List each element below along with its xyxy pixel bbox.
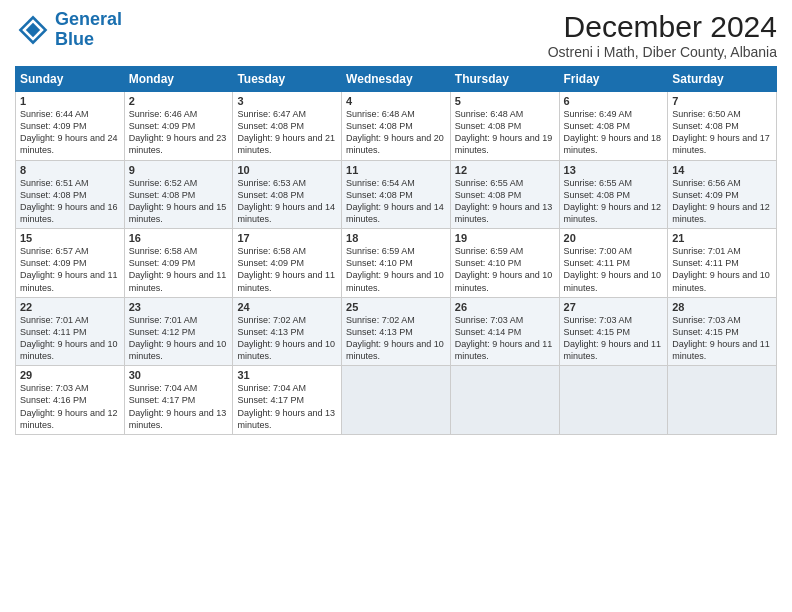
table-row: 30Sunrise: 7:04 AMSunset: 4:17 PMDayligh… [124, 366, 233, 435]
table-row: 28Sunrise: 7:03 AMSunset: 4:15 PMDayligh… [668, 297, 777, 366]
page: General Blue December 2024 Ostreni i Mat… [0, 0, 792, 612]
day-number: 17 [237, 232, 337, 244]
col-monday: Monday [124, 67, 233, 92]
day-number: 18 [346, 232, 446, 244]
calendar-week-row: 1Sunrise: 6:44 AMSunset: 4:09 PMDaylight… [16, 92, 777, 161]
calendar-week-row: 29Sunrise: 7:03 AMSunset: 4:16 PMDayligh… [16, 366, 777, 435]
cell-info: Sunrise: 6:58 AMSunset: 4:09 PMDaylight:… [237, 246, 335, 292]
calendar-week-row: 8Sunrise: 6:51 AMSunset: 4:08 PMDaylight… [16, 160, 777, 229]
table-row: 5Sunrise: 6:48 AMSunset: 4:08 PMDaylight… [450, 92, 559, 161]
day-number: 28 [672, 301, 772, 313]
table-row: 25Sunrise: 7:02 AMSunset: 4:13 PMDayligh… [342, 297, 451, 366]
table-row: 6Sunrise: 6:49 AMSunset: 4:08 PMDaylight… [559, 92, 668, 161]
table-row: 10Sunrise: 6:53 AMSunset: 4:08 PMDayligh… [233, 160, 342, 229]
table-row: 11Sunrise: 6:54 AMSunset: 4:08 PMDayligh… [342, 160, 451, 229]
cell-info: Sunrise: 6:55 AMSunset: 4:08 PMDaylight:… [564, 178, 662, 224]
table-row [450, 366, 559, 435]
table-row: 2Sunrise: 6:46 AMSunset: 4:09 PMDaylight… [124, 92, 233, 161]
cell-info: Sunrise: 7:02 AMSunset: 4:13 PMDaylight:… [237, 315, 335, 361]
cell-info: Sunrise: 7:03 AMSunset: 4:14 PMDaylight:… [455, 315, 553, 361]
cell-info: Sunrise: 6:59 AMSunset: 4:10 PMDaylight:… [455, 246, 553, 292]
cell-info: Sunrise: 7:00 AMSunset: 4:11 PMDaylight:… [564, 246, 662, 292]
day-number: 30 [129, 369, 229, 381]
cell-info: Sunrise: 6:50 AMSunset: 4:08 PMDaylight:… [672, 109, 770, 155]
cell-info: Sunrise: 6:48 AMSunset: 4:08 PMDaylight:… [455, 109, 553, 155]
day-number: 27 [564, 301, 664, 313]
logo-icon [15, 12, 51, 48]
day-number: 10 [237, 164, 337, 176]
day-number: 1 [20, 95, 120, 107]
calendar-header-row: Sunday Monday Tuesday Wednesday Thursday… [16, 67, 777, 92]
cell-info: Sunrise: 6:44 AMSunset: 4:09 PMDaylight:… [20, 109, 118, 155]
col-sunday: Sunday [16, 67, 125, 92]
day-number: 24 [237, 301, 337, 313]
page-subtitle: Ostreni i Math, Diber County, Albania [548, 44, 777, 60]
day-number: 26 [455, 301, 555, 313]
day-number: 4 [346, 95, 446, 107]
cell-info: Sunrise: 7:03 AMSunset: 4:15 PMDaylight:… [564, 315, 662, 361]
table-row: 14Sunrise: 6:56 AMSunset: 4:09 PMDayligh… [668, 160, 777, 229]
table-row: 4Sunrise: 6:48 AMSunset: 4:08 PMDaylight… [342, 92, 451, 161]
logo-line1: General [55, 9, 122, 29]
day-number: 23 [129, 301, 229, 313]
cell-info: Sunrise: 6:53 AMSunset: 4:08 PMDaylight:… [237, 178, 335, 224]
title-block: December 2024 Ostreni i Math, Diber Coun… [548, 10, 777, 60]
day-number: 22 [20, 301, 120, 313]
cell-info: Sunrise: 6:55 AMSunset: 4:08 PMDaylight:… [455, 178, 553, 224]
page-title: December 2024 [548, 10, 777, 44]
day-number: 25 [346, 301, 446, 313]
table-row: 7Sunrise: 6:50 AMSunset: 4:08 PMDaylight… [668, 92, 777, 161]
cell-info: Sunrise: 7:01 AMSunset: 4:12 PMDaylight:… [129, 315, 227, 361]
calendar-week-row: 15Sunrise: 6:57 AMSunset: 4:09 PMDayligh… [16, 229, 777, 298]
table-row: 18Sunrise: 6:59 AMSunset: 4:10 PMDayligh… [342, 229, 451, 298]
table-row: 3Sunrise: 6:47 AMSunset: 4:08 PMDaylight… [233, 92, 342, 161]
day-number: 6 [564, 95, 664, 107]
table-row: 9Sunrise: 6:52 AMSunset: 4:08 PMDaylight… [124, 160, 233, 229]
cell-info: Sunrise: 6:58 AMSunset: 4:09 PMDaylight:… [129, 246, 227, 292]
day-number: 2 [129, 95, 229, 107]
table-row: 24Sunrise: 7:02 AMSunset: 4:13 PMDayligh… [233, 297, 342, 366]
cell-info: Sunrise: 7:03 AMSunset: 4:16 PMDaylight:… [20, 383, 118, 429]
table-row: 19Sunrise: 6:59 AMSunset: 4:10 PMDayligh… [450, 229, 559, 298]
day-number: 21 [672, 232, 772, 244]
cell-info: Sunrise: 6:57 AMSunset: 4:09 PMDaylight:… [20, 246, 118, 292]
cell-info: Sunrise: 7:01 AMSunset: 4:11 PMDaylight:… [672, 246, 770, 292]
cell-info: Sunrise: 6:52 AMSunset: 4:08 PMDaylight:… [129, 178, 227, 224]
day-number: 19 [455, 232, 555, 244]
table-row: 27Sunrise: 7:03 AMSunset: 4:15 PMDayligh… [559, 297, 668, 366]
col-saturday: Saturday [668, 67, 777, 92]
calendar-week-row: 22Sunrise: 7:01 AMSunset: 4:11 PMDayligh… [16, 297, 777, 366]
table-row: 20Sunrise: 7:00 AMSunset: 4:11 PMDayligh… [559, 229, 668, 298]
table-row: 23Sunrise: 7:01 AMSunset: 4:12 PMDayligh… [124, 297, 233, 366]
col-tuesday: Tuesday [233, 67, 342, 92]
cell-info: Sunrise: 7:04 AMSunset: 4:17 PMDaylight:… [237, 383, 335, 429]
table-row: 8Sunrise: 6:51 AMSunset: 4:08 PMDaylight… [16, 160, 125, 229]
col-thursday: Thursday [450, 67, 559, 92]
day-number: 11 [346, 164, 446, 176]
logo-line2: Blue [55, 29, 94, 49]
table-row [559, 366, 668, 435]
calendar-table: Sunday Monday Tuesday Wednesday Thursday… [15, 66, 777, 435]
table-row: 31Sunrise: 7:04 AMSunset: 4:17 PMDayligh… [233, 366, 342, 435]
day-number: 31 [237, 369, 337, 381]
day-number: 14 [672, 164, 772, 176]
cell-info: Sunrise: 7:04 AMSunset: 4:17 PMDaylight:… [129, 383, 227, 429]
day-number: 5 [455, 95, 555, 107]
cell-info: Sunrise: 7:03 AMSunset: 4:15 PMDaylight:… [672, 315, 770, 361]
cell-info: Sunrise: 6:51 AMSunset: 4:08 PMDaylight:… [20, 178, 118, 224]
col-friday: Friday [559, 67, 668, 92]
day-number: 29 [20, 369, 120, 381]
day-number: 12 [455, 164, 555, 176]
cell-info: Sunrise: 7:01 AMSunset: 4:11 PMDaylight:… [20, 315, 118, 361]
cell-info: Sunrise: 6:48 AMSunset: 4:08 PMDaylight:… [346, 109, 444, 155]
day-number: 8 [20, 164, 120, 176]
col-wednesday: Wednesday [342, 67, 451, 92]
day-number: 7 [672, 95, 772, 107]
table-row: 12Sunrise: 6:55 AMSunset: 4:08 PMDayligh… [450, 160, 559, 229]
table-row: 15Sunrise: 6:57 AMSunset: 4:09 PMDayligh… [16, 229, 125, 298]
table-row: 26Sunrise: 7:03 AMSunset: 4:14 PMDayligh… [450, 297, 559, 366]
logo: General Blue [15, 10, 122, 50]
cell-info: Sunrise: 6:46 AMSunset: 4:09 PMDaylight:… [129, 109, 227, 155]
cell-info: Sunrise: 6:47 AMSunset: 4:08 PMDaylight:… [237, 109, 335, 155]
cell-info: Sunrise: 6:59 AMSunset: 4:10 PMDaylight:… [346, 246, 444, 292]
